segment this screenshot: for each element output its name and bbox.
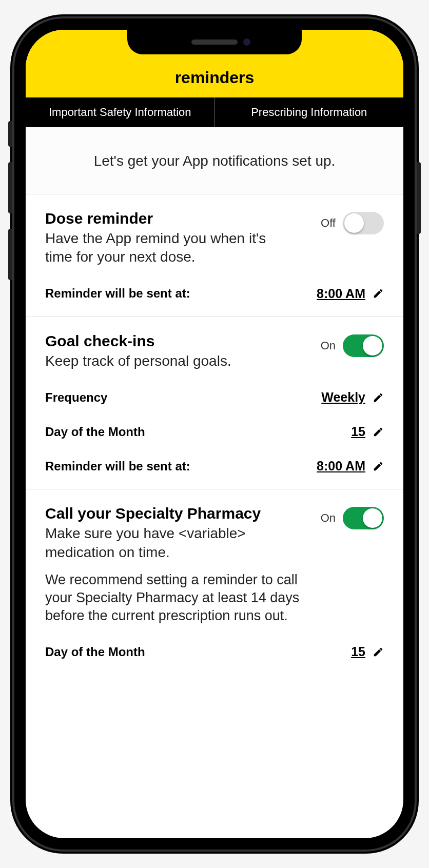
- goal-title: Goal check-ins: [45, 332, 231, 350]
- dose-toggle-label: Off: [321, 216, 336, 230]
- dose-time-edit[interactable]: 8:00 AM: [317, 286, 384, 301]
- dose-reminder-toggle[interactable]: [343, 212, 384, 234]
- pharmacy-toggle[interactable]: [343, 507, 384, 529]
- info-tabs: Important Safety Information Prescribing…: [26, 96, 403, 127]
- tab-safety-info[interactable]: Important Safety Information: [26, 97, 215, 127]
- dose-time-value: 8:00 AM: [317, 286, 365, 301]
- goal-dom-edit[interactable]: 15: [351, 424, 384, 439]
- dose-reminder-toggle-wrap: Off: [321, 212, 384, 234]
- goal-time-edit[interactable]: 8:00 AM: [317, 459, 384, 474]
- speaker-grille: [191, 40, 238, 45]
- goal-time-row: Reminder will be sent at: 8:00 AM: [45, 459, 384, 474]
- goal-toggle[interactable]: [343, 334, 384, 357]
- goal-dom-value: 15: [351, 424, 365, 439]
- pharmacy-recommend: We recommend setting a reminder to call …: [45, 571, 312, 625]
- pencil-icon: [373, 288, 384, 299]
- dose-time-row: Reminder will be sent at: 8:00 AM: [45, 286, 384, 301]
- goal-dom-label: Day of the Month: [45, 425, 145, 439]
- phone-frame: reminders Important Safety Information P…: [14, 18, 415, 850]
- goal-frequency-label: Frequency: [45, 390, 107, 405]
- intro-text: Let's get your App notifications set up.: [26, 127, 403, 194]
- pencil-icon: [373, 392, 384, 403]
- section-pharmacy: Call your Specialty Pharmacy Make sure y…: [26, 489, 403, 675]
- goal-toggle-wrap: On: [321, 334, 384, 357]
- content-scroll[interactable]: Let's get your App notifications set up.…: [26, 127, 403, 675]
- page-title: reminders: [175, 68, 255, 87]
- section-dose-reminder: Dose reminder Have the App remind you wh…: [26, 194, 403, 317]
- phone-screen: reminders Important Safety Information P…: [26, 30, 403, 838]
- pharmacy-toggle-label: On: [321, 511, 336, 525]
- pharmacy-dom-label: Day of the Month: [45, 645, 145, 659]
- dose-reminder-title: Dose reminder: [45, 210, 291, 227]
- goal-time-label: Reminder will be sent at:: [45, 459, 190, 474]
- pencil-icon: [373, 461, 384, 472]
- goal-frequency-edit[interactable]: Weekly: [321, 390, 384, 405]
- dose-reminder-desc: Have the App remind you when it's time f…: [45, 229, 291, 267]
- pharmacy-dom-row: Day of the Month 15: [45, 644, 384, 659]
- phone-power-button: [417, 162, 421, 234]
- goal-toggle-label: On: [321, 339, 336, 352]
- tab-prescribing-info[interactable]: Prescribing Information: [215, 97, 404, 127]
- phone-notch: [127, 30, 302, 54]
- goal-time-value: 8:00 AM: [317, 459, 365, 474]
- goal-frequency-row: Frequency Weekly: [45, 390, 384, 405]
- pharmacy-dom-value: 15: [351, 644, 365, 659]
- pharmacy-toggle-wrap: On: [321, 507, 384, 529]
- goal-dom-row: Day of the Month 15: [45, 424, 384, 439]
- front-camera: [243, 38, 250, 46]
- goal-frequency-value: Weekly: [321, 390, 365, 405]
- section-goal-checkins: Goal check-ins Keep track of personal go…: [26, 317, 403, 489]
- goal-desc: Keep track of personal goals.: [45, 352, 231, 370]
- pharmacy-title: Call your Specialty Pharmacy: [45, 505, 312, 522]
- pencil-icon: [373, 426, 384, 438]
- dose-time-label: Reminder will be sent at:: [45, 286, 190, 301]
- pencil-icon: [373, 646, 384, 658]
- pharmacy-dom-edit[interactable]: 15: [351, 644, 384, 659]
- pharmacy-desc: Make sure you have <variable> medication…: [45, 524, 291, 562]
- phone-side-buttons: [8, 121, 12, 295]
